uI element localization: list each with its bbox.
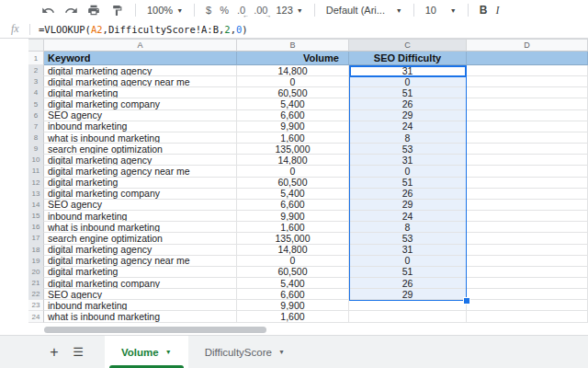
column-header-B[interactable]: B xyxy=(237,39,349,52)
row-header[interactable]: 7 xyxy=(28,121,44,132)
row-header[interactable]: 13 xyxy=(28,189,44,200)
tab-volume[interactable]: Volume ▼ xyxy=(105,336,188,368)
cell-empty[interactable] xyxy=(467,110,588,121)
cell-keyword[interactable]: SEO agency xyxy=(44,110,237,121)
cell-volume[interactable]: 5,400 xyxy=(237,189,349,200)
cell-empty[interactable] xyxy=(467,300,588,311)
cell-volume[interactable]: 135,000 xyxy=(237,233,349,244)
redo-icon[interactable] xyxy=(63,3,78,17)
cell-empty[interactable] xyxy=(467,289,588,300)
cell-empty[interactable] xyxy=(467,155,588,166)
cell-keyword[interactable]: SEO agency xyxy=(44,289,237,300)
cell-difficulty[interactable]: 8 xyxy=(349,222,467,233)
cell-keyword[interactable]: digital marketing xyxy=(44,87,237,98)
cell-difficulty[interactable]: 26 xyxy=(349,98,467,109)
cell-keyword[interactable]: digital marketing xyxy=(44,178,237,189)
row-header[interactable]: 23 xyxy=(28,300,44,311)
cell-difficulty[interactable] xyxy=(349,300,467,311)
cell-volume[interactable]: 0 xyxy=(237,76,349,87)
row-header[interactable]: 17 xyxy=(28,233,44,244)
cell-empty[interactable] xyxy=(467,256,588,267)
formula-input[interactable]: =VLOOKUP(A2,DifficultyScore!A:B,2,0) xyxy=(39,24,248,35)
row-header[interactable]: 16 xyxy=(28,222,44,233)
increase-decimal-button[interactable]: .00 → xyxy=(254,5,267,16)
cell-keyword[interactable]: what is inbound marketing xyxy=(44,132,237,144)
cell-empty[interactable] xyxy=(467,65,588,76)
cell-empty[interactable] xyxy=(467,278,588,289)
cell-keyword[interactable]: search engine optimization xyxy=(44,144,237,155)
row-header[interactable]: 21 xyxy=(28,278,44,289)
cell-keyword[interactable]: what is inbound marketing xyxy=(44,222,237,233)
cell-empty[interactable] xyxy=(467,178,588,189)
cell-volume[interactable]: 6,600 xyxy=(237,110,349,121)
add-sheet-button[interactable]: + xyxy=(42,336,66,368)
decrease-decimal-button[interactable]: .0 ← xyxy=(237,5,245,16)
cell-volume[interactable]: 5,400 xyxy=(237,98,349,109)
cell-difficulty[interactable]: 51 xyxy=(349,267,467,278)
cell-volume[interactable]: 1,600 xyxy=(237,222,349,233)
column-header-A[interactable]: A xyxy=(44,39,237,52)
bold-button[interactable]: B xyxy=(480,4,488,17)
cell-difficulty[interactable]: 53 xyxy=(349,233,467,244)
cell-keyword[interactable]: digital marketing company xyxy=(44,98,237,109)
cell-volume[interactable]: 9,900 xyxy=(237,121,349,132)
cell-keyword[interactable]: digital marketing agency xyxy=(44,65,237,76)
cell-volume[interactable]: 60,500 xyxy=(237,87,349,98)
cell-keyword[interactable]: digital marketing agency xyxy=(44,155,237,166)
cell-difficulty[interactable]: 8 xyxy=(349,132,467,144)
cell-difficulty[interactable]: 51 xyxy=(349,87,467,98)
cell-keyword[interactable]: search engine optimization xyxy=(44,233,237,244)
cell-difficulty[interactable]: 26 xyxy=(349,278,467,289)
cell-keyword-header[interactable]: Keyword xyxy=(44,52,237,65)
cell-volume[interactable]: 1,600 xyxy=(237,311,349,322)
select-all-corner[interactable] xyxy=(28,39,44,52)
cell-keyword[interactable]: digital marketing company xyxy=(44,189,237,200)
cell-empty[interactable] xyxy=(467,166,588,177)
cell-difficulty[interactable]: 29 xyxy=(349,200,467,211)
cell-difficulty[interactable]: 24 xyxy=(349,211,467,222)
italic-button[interactable]: I xyxy=(495,4,499,17)
cell-empty[interactable] xyxy=(467,121,588,132)
row-header[interactable]: 1 xyxy=(28,52,44,65)
cell-difficulty[interactable]: 31 xyxy=(349,155,467,166)
cell-volume[interactable]: 60,500 xyxy=(237,267,349,278)
cell-volume-header[interactable]: Volume xyxy=(237,52,349,65)
cell-difficulty[interactable]: 0 xyxy=(349,256,467,267)
cell-volume[interactable]: 14,800 xyxy=(237,245,349,256)
cell-empty[interactable] xyxy=(467,267,588,278)
cell-difficulty[interactable]: 31 xyxy=(349,245,467,256)
row-header[interactable]: 24 xyxy=(28,311,44,322)
column-header-D[interactable]: D xyxy=(467,39,588,52)
all-sheets-menu-icon[interactable]: ☰ xyxy=(66,336,90,368)
tab-difficultyscore[interactable]: DifficultyScore ▼ xyxy=(188,336,301,368)
cell-volume[interactable]: 14,800 xyxy=(237,155,349,166)
row-header[interactable]: 22 xyxy=(28,289,44,300)
row-header[interactable]: 2 xyxy=(28,65,44,76)
cell-empty[interactable] xyxy=(467,211,588,222)
row-header[interactable]: 4 xyxy=(28,87,44,98)
cell-empty[interactable] xyxy=(467,132,588,144)
cell-keyword[interactable]: inbound marketing xyxy=(44,211,237,222)
cell-volume[interactable]: 6,600 xyxy=(237,200,349,211)
row-header[interactable]: 6 xyxy=(28,110,44,121)
font-family-select[interactable]: Default (Ari... ▼ xyxy=(326,5,402,16)
cell-keyword[interactable]: digital marketing agency near me xyxy=(44,166,237,177)
row-header[interactable]: 9 xyxy=(28,144,44,155)
row-header[interactable]: 5 xyxy=(28,98,44,109)
percent-format-button[interactable]: % xyxy=(220,5,229,16)
row-header[interactable]: 19 xyxy=(28,256,44,267)
cell-difficulty[interactable]: 53 xyxy=(349,144,467,155)
font-size-select[interactable]: 10 ▼ xyxy=(425,5,457,16)
cell-keyword[interactable]: inbound marketing xyxy=(44,121,237,132)
cell-empty[interactable] xyxy=(467,245,588,256)
cell-volume[interactable]: 1,600 xyxy=(237,132,349,144)
cell-empty[interactable] xyxy=(467,222,588,233)
cell-volume[interactable]: 0 xyxy=(237,256,349,267)
cell-keyword[interactable]: digital marketing xyxy=(44,267,237,278)
cell-volume[interactable]: 6,600 xyxy=(237,289,349,300)
more-formats-button[interactable]: 123 ▼ xyxy=(276,5,302,16)
cell-empty[interactable] xyxy=(467,87,588,98)
cell-keyword[interactable]: digital marketing agency near me xyxy=(44,256,237,267)
cell-keyword[interactable]: digital marketing company xyxy=(44,278,237,289)
row-header[interactable]: 3 xyxy=(28,76,44,87)
